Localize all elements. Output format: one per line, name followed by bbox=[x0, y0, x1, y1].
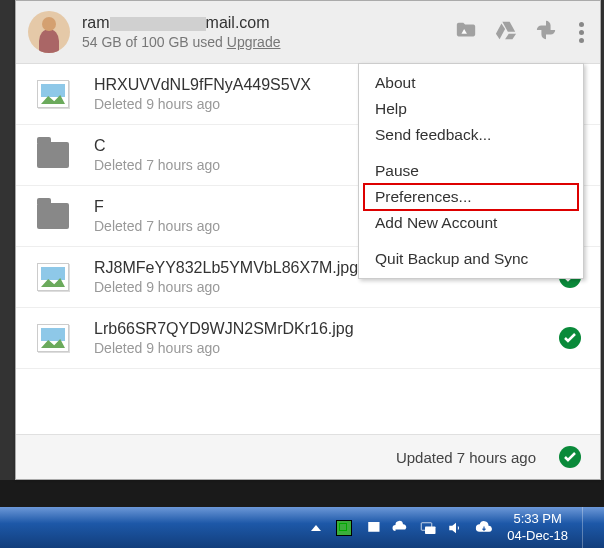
footer-status: Updated 7 hours ago bbox=[16, 434, 600, 479]
redacted-mask bbox=[110, 17, 206, 31]
upgrade-link[interactable]: Upgrade bbox=[227, 34, 281, 50]
clock[interactable]: 5:33 PM 04-Dec-18 bbox=[503, 511, 572, 544]
svg-rect-5 bbox=[425, 526, 436, 534]
footer-text: Updated 7 hours ago bbox=[396, 449, 536, 466]
account-email: rammail.com bbox=[82, 14, 455, 32]
drive-sync-window: rammail.com 54 GB of 100 GB used Upgrade bbox=[15, 0, 601, 480]
network-icon[interactable] bbox=[419, 519, 437, 537]
tray-app-icon[interactable] bbox=[335, 519, 353, 537]
show-hidden-icons[interactable] bbox=[307, 519, 325, 537]
drive-folder-icon[interactable] bbox=[455, 19, 477, 45]
image-icon bbox=[37, 80, 69, 108]
image-icon bbox=[37, 263, 69, 291]
synced-check-icon bbox=[558, 445, 582, 469]
volume-icon[interactable] bbox=[447, 519, 465, 537]
action-center-icon[interactable] bbox=[363, 519, 381, 537]
show-desktop-button[interactable] bbox=[582, 507, 594, 548]
menu-help[interactable]: Help bbox=[359, 96, 583, 122]
header: rammail.com 54 GB of 100 GB used Upgrade bbox=[16, 1, 600, 64]
image-icon bbox=[37, 324, 69, 352]
synced-check-icon bbox=[558, 326, 582, 350]
menu-quit[interactable]: Quit Backup and Sync bbox=[359, 246, 583, 272]
clock-time: 5:33 PM bbox=[507, 511, 568, 527]
more-options-icon[interactable] bbox=[575, 18, 588, 47]
google-drive-icon[interactable] bbox=[495, 19, 517, 45]
system-tray: 5:33 PM 04-Dec-18 bbox=[307, 507, 604, 548]
menu-feedback[interactable]: Send feedback... bbox=[359, 122, 583, 148]
options-menu: About Help Send feedback... Pause Prefer… bbox=[358, 63, 584, 279]
menu-add-account[interactable]: Add New Account bbox=[359, 210, 583, 236]
clock-date: 04-Dec-18 bbox=[507, 528, 568, 544]
file-name: Lrb66SR7QYD9WJN2SMrDKr16.jpg bbox=[94, 320, 548, 338]
folder-icon bbox=[37, 203, 69, 229]
menu-about[interactable]: About bbox=[359, 70, 583, 96]
taskbar: 5:33 PM 04-Dec-18 bbox=[0, 507, 604, 548]
list-item[interactable]: Lrb66SR7QYD9WJN2SMrDKr16.jpg Deleted 9 h… bbox=[16, 308, 600, 369]
menu-pause[interactable]: Pause bbox=[359, 158, 583, 184]
google-photos-icon[interactable] bbox=[535, 19, 557, 45]
folder-icon bbox=[37, 142, 69, 168]
backup-sync-tray-icon[interactable] bbox=[475, 519, 493, 537]
file-status: Deleted 9 hours ago bbox=[94, 340, 548, 356]
menu-preferences[interactable]: Preferences... bbox=[363, 183, 579, 211]
onedrive-icon[interactable] bbox=[391, 519, 409, 537]
file-status: Deleted 9 hours ago bbox=[94, 279, 548, 295]
avatar[interactable] bbox=[28, 11, 70, 53]
account-info: rammail.com 54 GB of 100 GB used Upgrade bbox=[82, 14, 455, 50]
storage-text: 54 GB of 100 GB used Upgrade bbox=[82, 34, 455, 50]
